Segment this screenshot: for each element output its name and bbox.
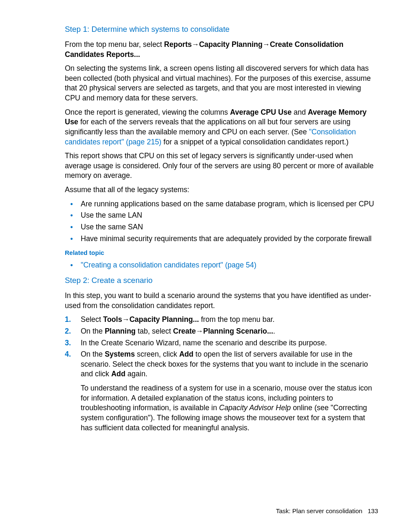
arrow-icon: → [196, 327, 203, 335]
step-1-paragraph-4: This report shows that CPU on this set o… [65, 151, 378, 181]
arrow-icon: → [263, 40, 270, 49]
arrow-icon: → [122, 315, 130, 324]
bold-text: Planning Scenario... [203, 327, 273, 335]
list-item: Select Tools→Capacity Planning... from t… [65, 315, 378, 325]
step-2-heading: Step 2: Create a scenario [65, 275, 378, 286]
list-item: Are running applications based on the sa… [65, 199, 378, 209]
step-1-paragraph-3: Once the report is generated, viewing th… [65, 108, 378, 147]
text: for each of the servers reveals that the… [65, 118, 350, 136]
bold-text: Add [111, 370, 125, 378]
list-item: "Creating a consolidation candidates rep… [65, 260, 378, 270]
step-1-heading: Step 1: Determine which systems to conso… [65, 24, 378, 35]
text: again. [125, 370, 148, 378]
text: screen, click [135, 350, 179, 358]
list-item-sub-paragraph: To understand the readiness of a system … [81, 383, 378, 433]
list-item: Use the same LAN [65, 211, 378, 221]
related-topic-heading: Related topic [65, 249, 378, 257]
text: From the top menu bar, select [65, 40, 164, 49]
document-page: Step 1: Determine which systems to conso… [0, 0, 399, 433]
bold-text: Create [173, 327, 196, 335]
step-2-numbered-list: Select Tools→Capacity Planning... from t… [65, 315, 378, 433]
step-1-paragraph-2: On selecting the systems link, a screen … [65, 64, 378, 103]
link-creating-report[interactable]: "Creating a consolidation candidates rep… [81, 261, 256, 269]
text: tab, select [136, 327, 173, 335]
bold-text: Tools [103, 315, 122, 324]
step-1-bullet-list: Are running applications based on the sa… [65, 199, 378, 244]
bold-text: Capacity Planning [199, 40, 263, 49]
text: On the [81, 327, 105, 335]
list-item: In the Create Scenario Wizard, name the … [65, 338, 378, 348]
text: for a snippet of a typical consolidation… [161, 138, 348, 146]
list-item: On the Systems screen, click Add to open… [65, 350, 378, 433]
step-1-paragraph-5: Assume that all of the legacy systems: [65, 185, 378, 195]
page-footer: Task: Plan server consolidation 133 [276, 507, 378, 515]
bold-text: Average CPU Use [230, 108, 292, 116]
text: Once the report is generated, viewing th… [65, 108, 230, 116]
related-topic-list: "Creating a consolidation candidates rep… [65, 260, 378, 270]
step-1-paragraph-menu: From the top menu bar, select Reports→Ca… [65, 40, 378, 59]
list-item: On the Planning tab, select Create→Plann… [65, 326, 378, 337]
text: . [273, 327, 275, 335]
footer-text: Task: Plan server consolidation [276, 507, 363, 514]
list-item: Have minimal security requirements that … [65, 234, 378, 244]
arrow-icon: → [192, 40, 199, 49]
list-item: Use the same SAN [65, 222, 378, 232]
page-number: 133 [368, 507, 378, 514]
bold-text: Capacity Planning... [129, 315, 199, 324]
text: and [292, 108, 308, 116]
step-2-paragraph-1: In this step, you want to build a scenar… [65, 291, 378, 311]
bold-text: Add [179, 350, 193, 358]
bold-text: Reports [164, 40, 192, 49]
text: Select [81, 315, 103, 324]
text: On the [81, 350, 105, 358]
bold-text: Systems [105, 350, 135, 358]
text: from the top menu bar. [199, 315, 275, 324]
bold-text: Planning [105, 327, 136, 335]
italic-text: Capacity Advisor Help [219, 403, 291, 412]
